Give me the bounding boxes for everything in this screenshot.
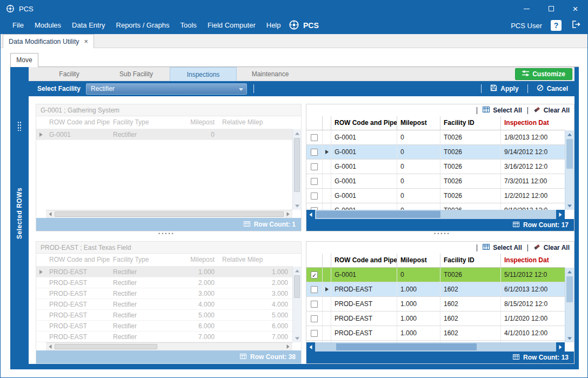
scrollbar-thumb[interactable] [55,211,284,217]
table-row[interactable]: PROD-EAST 1.000 1602 1/1/2020 12:00 [306,311,565,326]
scroll-up-icon[interactable] [293,267,301,275]
splitter-handle[interactable]: ••••• [158,231,175,236]
scroll-right-icon[interactable] [284,343,292,350]
menu-field-computer[interactable]: Field Computer [202,17,261,34]
scroll-up-icon[interactable] [565,268,574,276]
splitter-handle[interactable]: ••••• [434,231,451,236]
scroll-down-icon[interactable] [565,334,574,342]
logout-icon[interactable] [570,19,581,31]
row-checkbox[interactable] [311,301,318,308]
scrollbar-thumb[interactable] [316,211,440,218]
scroll-up-icon[interactable] [565,130,574,138]
frame-bottom-border [10,364,579,369]
menu-modules[interactable]: Modules [29,17,66,34]
close-tab-icon[interactable]: × [84,37,89,45]
customize-button[interactable]: Customize [515,68,572,80]
tab-maintenance[interactable]: Maintenance [237,67,304,81]
scrollbar-thumb[interactable] [566,276,573,302]
scroll-left-icon[interactable] [46,210,55,218]
clear-all-button[interactable]: Clear All [533,106,570,115]
horizontal-scrollbar[interactable] [306,210,565,219]
table-row[interactable]: G-0001 0 T0026 7/3/2011 12:00 [306,174,565,189]
row-checkbox[interactable] [311,286,318,293]
scrollbar-thumb[interactable] [336,343,477,350]
column-header-facility-id[interactable]: Facility ID [440,116,501,130]
scroll-down-icon[interactable] [293,334,301,342]
tab-data-modification-utility[interactable]: Data Modification Utility × [3,34,94,48]
vertical-scrollbar[interactable] [565,130,574,210]
table-row[interactable]: G-0001 0 T0026 9/14/2012 12:0 [306,145,565,160]
column-header-milepost[interactable]: Milepost [397,116,440,130]
horizontal-scrollbar[interactable] [46,342,292,350]
row-checkbox[interactable] [311,330,318,337]
column-header-relative-milepost: Relative Milep [219,254,292,266]
row-checkbox[interactable] [311,163,318,170]
minimize-button[interactable] [514,1,539,17]
vertical-scrollbar[interactable] [292,129,301,210]
column-header-row-code[interactable]: ROW Code and Pipe [331,254,397,267]
scroll-right-icon[interactable] [284,210,292,218]
table-row[interactable]: PROD-EAST 1.000 1602 4/1/2010 12:00 [306,326,565,341]
table-row[interactable]: PROD-EAST 1.000 1602 6/1/2013 12:00 [306,282,565,297]
toolbar-separator [253,84,254,93]
select-all-label: Select All [493,244,522,251]
clear-all-button[interactable]: Clear All [533,243,570,252]
menu-data-entry[interactable]: Data Entry [66,17,110,34]
select-all-button[interactable]: Select All [483,244,522,251]
tab-move[interactable]: Move [10,53,38,67]
row-checkbox[interactable] [311,193,318,200]
table-row[interactable]: G-0001 0 T0026 1/8/2013 12:00 [306,130,565,145]
maximize-button[interactable] [539,1,563,17]
table-row[interactable]: G-0001 0 T0026 5/11/2012 12:0 [306,268,565,282]
apply-button[interactable]: Apply [488,84,520,93]
vertical-scrollbar[interactable] [292,267,301,342]
toolbar-separator [527,244,528,251]
select-all-button[interactable]: Select All [483,107,522,114]
close-button[interactable]: × [563,1,587,17]
row-checkbox[interactable] [311,315,318,322]
menu-help[interactable]: Help [261,17,286,34]
help-button[interactable]: ? [551,20,562,31]
horizontal-scrollbar[interactable] [46,210,292,218]
tab-inspections[interactable]: Inspections [170,67,237,81]
column-header-milepost: Milepost [159,254,219,266]
minimize-icon [524,9,530,9]
table-row[interactable]: PROD-EAST 1.000 1602 8/15/2012 12:0 [306,297,565,311]
column-header-inspection-date[interactable]: Inspection Dat [501,254,565,267]
row-checkbox[interactable] [311,271,318,278]
cancel-button[interactable]: Cancel [534,84,570,93]
scroll-up-icon[interactable] [293,129,301,137]
tab-facility[interactable]: Facility [36,67,103,81]
column-header-milepost[interactable]: Milepost [397,254,440,267]
scrollbar-thumb[interactable] [294,138,300,192]
table-row[interactable]: G-0001 0 T0026 1/2/2012 12:00 [306,189,565,203]
scrollbar-thumb[interactable] [294,275,300,298]
user-menu[interactable]: PCS User [511,22,542,30]
side-panel-grip[interactable] [17,121,22,131]
column-header-facility-id[interactable]: Facility ID [440,254,501,267]
scroll-down-icon[interactable] [293,202,301,210]
scrollbar-thumb[interactable] [566,139,573,169]
toolbar-separator [527,107,528,114]
scrollbar-thumb[interactable] [55,344,157,349]
scroll-right-icon[interactable] [556,210,565,219]
menu-tools[interactable]: Tools [175,17,202,34]
column-header-inspection-date[interactable]: Inspection Dat [501,116,565,130]
vertical-scrollbar[interactable] [565,268,574,342]
scroll-left-icon[interactable] [46,343,55,350]
row-checkbox[interactable] [311,149,318,156]
tab-sub-facility[interactable]: Sub Facility [103,67,170,81]
table-row[interactable]: G-0001 0 T0026 3/16/2012 12:0 [306,160,565,174]
facility-select[interactable]: Rectifier [86,83,247,95]
scroll-down-icon[interactable] [565,202,574,210]
table-row[interactable]: G-0001 0 T0026 9/10/2012 12:0 [306,203,565,210]
row-checkbox[interactable] [311,134,318,141]
horizontal-scrollbar[interactable] [306,342,565,352]
menu-reports-graphs[interactable]: Reports / Graphs [111,17,175,34]
scroll-left-icon[interactable] [306,342,315,352]
scroll-left-icon[interactable] [306,210,315,219]
menu-file[interactable]: File [7,17,29,34]
scroll-right-icon[interactable] [556,342,565,352]
row-checkbox[interactable] [311,178,318,185]
column-header-row-code[interactable]: ROW Code and Pipe [331,116,397,130]
